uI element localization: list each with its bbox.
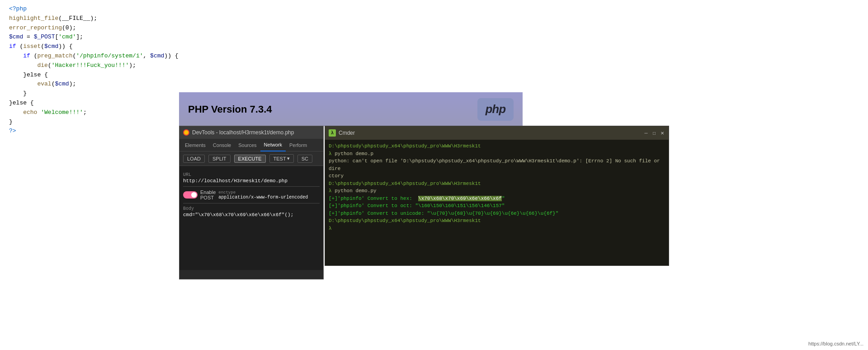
test-button[interactable]: TEST ▾ — [269, 154, 294, 163]
body-label: Body — [183, 206, 320, 211]
devtools-window: DevTools - localhost/H3rmesk1t/demo.php … — [179, 126, 324, 279]
terminal-output-3: [+]'phpinfo' Convert to unicode: "\u{70}… — [329, 210, 665, 218]
post-label: POST — [200, 195, 216, 200]
devtools-toolbar: LOAD SPLIT EXECUTE TEST ▾ SC — [179, 151, 323, 166]
tab-performance[interactable]: Perform — [286, 139, 311, 151]
code-line-8: }else { — [9, 71, 859, 80]
cmder-title-left: λ Cmder — [329, 129, 355, 137]
php-logo: php — [477, 98, 514, 121]
cmder-icon: λ — [329, 129, 336, 137]
enable-post-toggle[interactable] — [183, 191, 198, 199]
url-label: URL — [183, 172, 320, 177]
tab-elements[interactable]: Elements — [181, 139, 209, 151]
php-banner: PHP Version 7.3.4 php — [179, 92, 523, 126]
code-line-1: <?php — [9, 5, 859, 14]
devtools-bottom-bar — [179, 270, 323, 279]
svg-text:php: php — [485, 103, 506, 115]
code-line-3: error_reporting(0); — [9, 24, 859, 33]
terminal-line-path2: D:\phpstudy\phpstudy_x64\phpstudy_pro\WW… — [329, 180, 665, 188]
cmder-titlebar: λ Cmder ─ □ ✕ — [325, 126, 669, 140]
cmder-window-controls: ─ □ ✕ — [643, 130, 665, 136]
terminal-line-path1: D:\phpstudy\phpstudy_x64\phpstudy_pro\WW… — [329, 142, 665, 150]
tab-sources[interactable]: Sources — [235, 139, 260, 151]
terminal-line-error1b: ctory — [329, 172, 665, 180]
code-line-6: if (preg_match('/phpinfo/system/i', $cmd… — [9, 52, 859, 61]
cmder-terminal-content: D:\phpstudy\phpstudy_x64\phpstudy_pro\WW… — [325, 140, 669, 265]
execute-button[interactable]: EXECUTE — [234, 155, 266, 163]
chrome-favicon-icon — [183, 129, 189, 136]
sc-button[interactable]: SC — [297, 155, 312, 163]
devtools-content: URL http://localhost/H3rmesk1t/demo.php … — [179, 166, 323, 270]
tab-console[interactable]: Console — [209, 139, 235, 151]
terminal-line-path3: D:\phpstudy\phpstudy_x64\phpstudy_pro\WW… — [329, 217, 665, 225]
terminal-output-2: [+]'phpinfo' Convert to oct: "\160\150\1… — [329, 202, 665, 210]
cmder-title-text: Cmder — [339, 130, 355, 136]
url-value: http://localhost/H3rmesk1t/demo.php — [183, 178, 320, 184]
code-line-5: if (isset($cmd)) { — [9, 42, 859, 52]
enable-label: Enable — [200, 189, 216, 195]
cmder-window: λ Cmder ─ □ ✕ D:\phpstudy\phpstudy_x64\p… — [325, 126, 669, 266]
terminal-output-1: [+]'phpinfo' Convert to hex: \x70\x68\x7… — [329, 195, 665, 203]
close-button[interactable]: ✕ — [660, 130, 665, 136]
devtools-title: DevTools - localhost/H3rmesk1t/demo.php — [192, 129, 294, 136]
php-version-text: PHP Version 7.3.4 — [188, 104, 272, 115]
load-button[interactable]: LOAD — [183, 155, 205, 163]
body-value: cmd="\x70\x68\x70\x69\x6e\x66\x6f"(); — [183, 212, 320, 218]
devtools-tab-bar: Elements Console Sources Network Perform — [179, 139, 323, 151]
code-line-2: highlight_file(__FILE__); — [9, 14, 859, 24]
enable-post-row: Enable POST enctype application/x-www-fo… — [183, 189, 320, 200]
terminal-prompt-final: λ — [329, 225, 665, 232]
code-line-4: $cmd = $_POST['cmd']; — [9, 33, 859, 42]
terminal-line-error1: python: can't open file 'D:\phpstudy\php… — [329, 157, 665, 172]
code-line-9: eval($cmd); — [9, 80, 859, 89]
devtools-titlebar: DevTools - localhost/H3rmesk1t/demo.php — [179, 126, 323, 139]
terminal-line-2: λ python demo.py — [329, 187, 665, 195]
minimize-button[interactable]: ─ — [643, 130, 649, 136]
terminal-line-1: λ python demo.p — [329, 150, 665, 158]
maximize-button[interactable]: □ — [651, 130, 657, 136]
split-button[interactable]: SPLIT — [208, 155, 231, 163]
watermark: https://blog.csdn.net/LY... — [808, 341, 863, 346]
tab-network[interactable]: Network — [260, 139, 286, 151]
enctype-label: enctype — [218, 190, 308, 195]
code-line-7: die('Hacker!!!Fuck_you!!!'); — [9, 61, 859, 71]
enctype-value: application/x-www-form-urlencoded — [218, 195, 308, 200]
